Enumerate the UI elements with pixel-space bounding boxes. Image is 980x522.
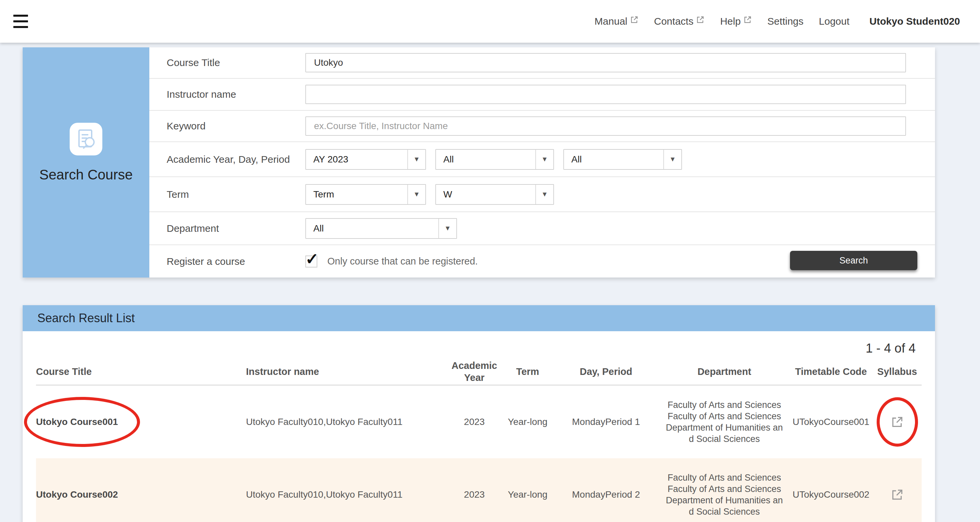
instructor-name-row: Instructor name [150, 79, 935, 111]
department-line: Faculty of Arts and Sciences Department … [666, 483, 783, 517]
chevron-down-icon: ▼ [407, 185, 425, 204]
term-type-select[interactable]: Term ▼ [305, 184, 426, 205]
table-row: Utokyo Course002 Utokyo Faculty010,Utoky… [36, 458, 922, 522]
term-cell: Year-long [503, 417, 553, 427]
col-course-title: Course Title [36, 366, 246, 378]
day-select-value: All [436, 154, 535, 165]
syllabus-external-link-icon[interactable] [890, 414, 905, 429]
chevron-down-icon: ▼ [535, 185, 553, 204]
period-select-value: All [564, 154, 663, 165]
keyword-input[interactable] [305, 117, 906, 136]
chevron-down-icon: ▼ [535, 150, 553, 169]
chevron-down-icon: ▼ [407, 150, 425, 169]
col-syllabus: Syllabus [873, 366, 922, 378]
search-course-panel: Search Course Course Title Instructor na… [23, 47, 935, 278]
search-course-title: Search Course [39, 167, 133, 183]
department-select[interactable]: All ▼ [305, 218, 457, 239]
chevron-down-icon: ▼ [663, 150, 681, 169]
day-period-cell: MondayPeriod 2 [553, 489, 659, 500]
col-academic-year: Academic Year [446, 359, 503, 383]
search-result-panel: Search Result List 1 - 4 of 4 Course Tit… [23, 305, 935, 522]
department-cell: Faculty of Arts and Sciences Faculty of … [659, 399, 789, 445]
course-title-text: Utokyo Course001 [36, 417, 118, 427]
top-bar: Manual Contacts Help Se [0, 0, 980, 43]
academic-year-day-period-row: Academic Year, Day, Period AY 2023 ▼ All… [150, 142, 935, 177]
academic-year-day-period-label: Academic Year, Day, Period [150, 153, 305, 166]
day-select[interactable]: All ▼ [435, 149, 554, 170]
course-title-input[interactable] [305, 53, 906, 72]
external-link-icon [630, 15, 639, 24]
nav-logout-link[interactable]: Logout [819, 16, 850, 27]
result-table-header-row: Course Title Instructor name Academic Ye… [36, 358, 922, 386]
chevron-down-icon: ▼ [438, 219, 457, 238]
nav-settings-link[interactable]: Settings [767, 16, 803, 27]
instructor-cell: Utokyo Faculty010,Utokyo Faculty011 [246, 417, 446, 427]
table-row: Utokyo Course001 Utokyo Faculty010,Utoky… [36, 386, 922, 458]
nav-contacts-link[interactable]: Contacts [654, 16, 705, 27]
day-period-cell: MondayPeriod 1 [553, 417, 659, 427]
period-select[interactable]: All ▼ [563, 149, 682, 170]
search-form: Course Title Instructor name Keyword Aca… [150, 47, 935, 278]
search-result-header: Search Result List [23, 305, 935, 331]
term-cell: Year-long [503, 489, 553, 500]
result-table: Course Title Instructor name Academic Ye… [23, 358, 935, 522]
department-row: Department All ▼ [150, 212, 935, 245]
col-timetable-code: Timetable Code [789, 366, 873, 378]
nav-help-label: Help [720, 16, 741, 27]
instructor-name-input[interactable] [305, 85, 906, 104]
term-value-select[interactable]: W ▼ [435, 184, 554, 205]
keyword-label: Keyword [150, 120, 305, 132]
course-title-text: Utokyo Course002 [36, 489, 118, 500]
department-line: Faculty of Arts and Sciences Department … [666, 410, 783, 445]
term-row: Term Term ▼ W ▼ [150, 177, 935, 212]
nav-logout-label: Logout [819, 16, 850, 27]
department-select-value: All [306, 223, 438, 234]
nav-settings-label: Settings [767, 16, 803, 27]
syllabus-cell [873, 414, 922, 429]
result-count: 1 - 4 of 4 [23, 331, 935, 358]
top-navigation: Manual Contacts Help Se [595, 16, 960, 27]
academic-year-cell: 2023 [446, 489, 503, 500]
register-course-row: Register a course ✓ Only course that can… [150, 245, 935, 278]
register-course-checkbox-label: Only course that can be registered. [327, 256, 478, 267]
course-title-cell[interactable]: Utokyo Course001 [36, 417, 246, 427]
user-name: Utokyo Student020 [869, 16, 960, 27]
search-button[interactable]: Search [790, 251, 917, 270]
department-line: Faculty of Arts and Sciences [666, 399, 783, 410]
nav-manual-link[interactable]: Manual [595, 16, 639, 27]
syllabus-external-link-icon[interactable] [890, 487, 905, 502]
department-line: Faculty of Arts and Sciences [666, 472, 783, 483]
course-title-row: Course Title [150, 47, 935, 79]
department-cell: Faculty of Arts and Sciences Faculty of … [659, 472, 789, 517]
external-link-icon [696, 15, 705, 24]
academic-year-cell: 2023 [446, 417, 503, 427]
nav-manual-label: Manual [595, 16, 627, 27]
academic-year-select-value: AY 2023 [306, 154, 407, 165]
nav-help-link[interactable]: Help [720, 16, 752, 27]
department-label: Department [150, 222, 305, 235]
course-search-icon [70, 123, 102, 155]
hamburger-menu-icon[interactable] [13, 15, 29, 28]
col-department: Department [659, 366, 789, 378]
term-label: Term [150, 188, 305, 201]
col-instructor-name: Instructor name [246, 366, 446, 378]
term-type-select-value: Term [306, 189, 407, 200]
timetable-code-cell: UTokyoCourse002 [789, 489, 873, 500]
academic-year-select[interactable]: AY 2023 ▼ [305, 149, 426, 170]
instructor-name-label: Instructor name [150, 88, 305, 101]
register-course-checkbox[interactable]: ✓ [305, 255, 317, 268]
external-link-icon [743, 15, 752, 24]
col-day-period: Day, Period [553, 366, 659, 378]
timetable-code-cell: UTokyoCourse001 [789, 417, 873, 427]
keyword-row: Keyword [150, 111, 935, 142]
instructor-cell: Utokyo Faculty010,Utokyo Faculty011 [246, 489, 446, 500]
nav-contacts-label: Contacts [654, 16, 693, 27]
search-course-sidebar: Search Course [23, 47, 150, 278]
syllabus-cell [873, 487, 922, 502]
register-course-label: Register a course [150, 255, 305, 268]
term-value-select-value: W [436, 189, 535, 200]
search-result-title: Search Result List [37, 311, 135, 325]
course-title-cell[interactable]: Utokyo Course002 [36, 489, 246, 500]
course-title-label: Course Title [150, 56, 305, 69]
check-icon: ✓ [305, 249, 319, 268]
